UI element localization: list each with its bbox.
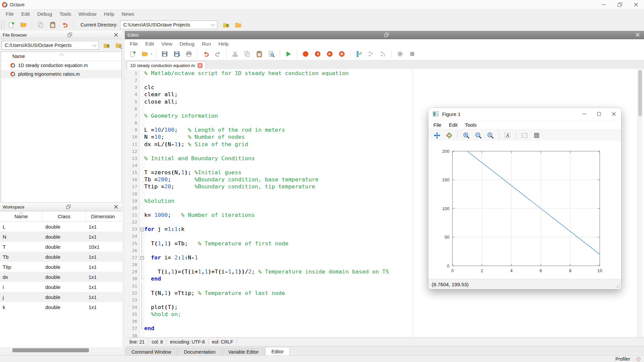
profiler-toggle[interactable] [636,357,641,361]
folder-up-icon[interactable] [102,40,112,50]
chevron-down-icon[interactable] [211,22,215,26]
folder-up-icon[interactable] [221,20,231,30]
close-icon[interactable] [628,0,644,9]
menu-tools[interactable]: Tools [461,122,480,128]
vertical-scrollbar[interactable] [637,69,643,337]
scrollbar-thumb[interactable] [12,348,89,352]
plot-canvas[interactable]: 0246810050100150200 [428,141,621,279]
rotate-icon[interactable] [444,130,454,140]
panel-close-icon[interactable] [112,203,120,210]
save-as-icon[interactable] [172,49,182,59]
copy-icon[interactable] [36,20,46,30]
file-list-item[interactable]: 1D steady conduction equation.m [1,61,121,70]
step-out-icon[interactable] [378,49,388,59]
workspace-row[interactable]: Ldouble1x1 [0,222,122,232]
undock-icon[interactable] [65,203,72,210]
step-in-icon[interactable] [366,49,376,59]
menu-debug[interactable]: Debug [176,41,198,47]
cut-icon[interactable] [230,49,240,59]
zoom-out-icon[interactable] [473,130,483,140]
toolbar-drag-handle[interactable] [1,20,4,29]
panel-close-icon[interactable] [112,32,120,38]
fold-margin[interactable] [140,69,144,337]
menu-help[interactable]: Help [100,11,118,17]
tab-file[interactable]: 1D steady conduction equation.m ✕ [127,61,206,70]
dock-tab-editor[interactable]: Editor [265,347,290,356]
run-icon[interactable] [283,49,293,59]
minimize-icon[interactable] [596,0,612,9]
undo-icon[interactable] [201,49,211,59]
workspace-row[interactable]: kdouble1x1 [0,302,122,312]
find-icon[interactable] [266,49,276,59]
panel-close-icon[interactable] [634,32,641,38]
scrollbar-thumb[interactable] [638,70,642,116]
menu-run[interactable]: Run [198,41,215,47]
minimize-icon[interactable] [577,108,592,120]
step-icon[interactable] [354,49,364,59]
menu-debug[interactable]: Debug [34,11,56,17]
file-browser-path-combobox[interactable]: C:/Users/ASUS/Octave Projects [2,41,99,50]
menu-view[interactable]: View [158,41,176,47]
next-breakpoint-icon[interactable] [325,49,335,59]
prev-breakpoint-icon[interactable] [313,49,323,59]
dock-tab-documentation[interactable]: Documentation [178,348,221,356]
open-folder-icon[interactable] [140,49,150,59]
workspace-column-headers[interactable]: NameClassDimension [0,212,122,222]
folder-browse-icon[interactable] [233,20,243,30]
current-directory-combobox[interactable]: C:\Users\ASUS\Octave Projects [120,20,217,29]
dock-tab-variable-editor[interactable]: Variable Editor [222,348,265,356]
undock-icon[interactable] [66,32,73,38]
new-script-icon[interactable] [128,49,138,59]
figure-title-bar[interactable]: Figure 1 [428,108,621,120]
print-icon[interactable] [184,49,194,59]
menu-help[interactable]: Help [215,41,232,47]
dock-tab-command-window[interactable]: Command Window [125,348,177,356]
horizontal-scrollbar[interactable] [0,348,122,353]
breakpoint-icon[interactable] [301,49,311,59]
workspace-row[interactable]: dxdouble1x1 [0,272,122,282]
clear-breakpoints-icon[interactable] [337,49,347,59]
zoom-in-icon[interactable] [461,130,471,140]
grid-icon[interactable] [532,130,542,140]
fold-collapse-icon[interactable] [140,256,144,260]
column-header-class[interactable]: Class [43,212,86,221]
workspace-row[interactable]: Tdouble10x1 [0,242,122,252]
zoom-original-icon[interactable]: 1 [485,130,495,140]
menu-file[interactable]: File [126,41,142,47]
menu-file[interactable]: File [2,11,17,17]
axes-style-icon[interactable] [520,130,530,140]
column-header-dimension[interactable]: Dimension [86,212,120,221]
resize-grip[interactable] [616,284,620,288]
file-list-item[interactable]: plotting trigonometric ratios.m [1,70,121,78]
new-script-icon[interactable] [6,20,16,30]
folder-actions-icon[interactable] [114,40,124,50]
redo-icon[interactable] [213,49,223,59]
caret-down-icon[interactable] [150,50,154,58]
copy-icon[interactable] [242,49,252,59]
insert-text-icon[interactable]: A [502,130,513,140]
undo-icon[interactable] [60,20,70,30]
menu-tools[interactable]: Tools [56,11,75,17]
continue-icon[interactable] [395,49,405,59]
menu-file[interactable]: File [430,122,445,128]
save-icon[interactable] [160,49,170,59]
menu-edit[interactable]: Edit [445,122,461,128]
pan-icon[interactable] [432,130,442,140]
menu-edit[interactable]: Edit [142,41,158,47]
stop-icon[interactable] [407,49,417,59]
restore-icon[interactable] [612,0,628,9]
close-icon[interactable] [606,108,621,120]
workspace-row[interactable]: Tbdouble1x1 [0,252,122,262]
fold-collapse-icon[interactable] [140,228,144,231]
paste-icon[interactable] [254,49,264,59]
open-folder-icon[interactable] [18,20,29,30]
menu-edit[interactable]: Edit [17,11,34,17]
workspace-row[interactable]: Ndouble1x1 [0,232,122,242]
undock-icon[interactable] [383,32,390,38]
workspace-row[interactable]: idouble1x1 [0,282,122,292]
chevron-down-icon[interactable] [93,43,96,47]
workspace-row[interactable]: Ttipdouble1x1 [0,262,122,272]
paste-icon[interactable] [48,20,58,30]
menu-news[interactable]: News [118,11,138,17]
workspace-row[interactable]: jdouble1x1 [0,292,122,302]
